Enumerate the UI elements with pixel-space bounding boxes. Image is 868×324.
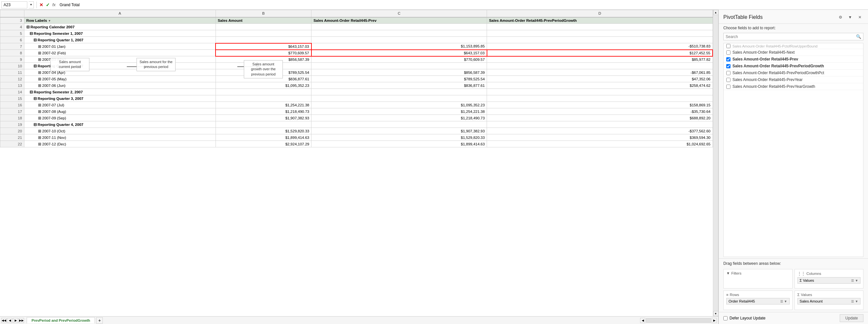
cell-c14 <box>311 89 487 95</box>
jan-label-cell[interactable]: ⊞ 2007-01 (Jan) <box>24 43 216 50</box>
table-row: 17 ⊞ 2007-08 (Aug) $1,218,490.73 $1,254,… <box>0 108 713 115</box>
col-a-header[interactable]: A <box>24 10 216 17</box>
mar-prev-cell: $770,609.57 <box>311 56 487 63</box>
scroll-right-button[interactable]: ▶ <box>712 318 717 323</box>
values-item-icons: ☰ ▼ <box>851 300 858 303</box>
may-label-cell[interactable]: ⊞ 2007-05 (May) <box>24 76 216 82</box>
rows-item-label: Order Retail445 <box>728 299 755 303</box>
values-item-dropdown[interactable]: ▼ <box>855 300 858 303</box>
col-b-header[interactable]: B <box>216 10 311 17</box>
table-row: 13 ⊞ 2007-06 (Jun) $1,095,352.23 $836,87… <box>0 82 713 89</box>
apr-label-cell[interactable]: ⊞ 2007-04 (Apr) <box>24 69 216 76</box>
sheet-tab[interactable]: PrevPeriod and PrevPeriodGrowth <box>27 317 95 323</box>
table-row: 9 ⊞ 2007-03 (Mar) $856,587.39 $770,609.5… <box>0 56 713 63</box>
cell-d10 <box>487 63 713 69</box>
field-item[interactable]: Sales Amount-Order Retail445-Prev <box>724 56 863 63</box>
values-item-icon1[interactable]: ☰ <box>851 300 854 303</box>
pivot-close-button[interactable]: ✕ <box>856 14 863 21</box>
field-checkbox[interactable] <box>726 78 731 82</box>
defer-checkbox[interactable] <box>723 316 727 320</box>
prev-sheet-button[interactable]: ◀ <box>7 318 12 323</box>
filters-area[interactable]: ▼ Filters <box>723 269 793 289</box>
semester2-cell[interactable]: ⊟ Reporting Semester 2, 2007 <box>24 89 216 95</box>
sep-sales-cell: $1,907,382.93 <box>216 115 311 121</box>
field-checkbox[interactable] <box>726 64 731 68</box>
cell-ref-dropdown[interactable]: ▼ <box>29 1 34 8</box>
field-item[interactable]: Sales Amount-Order Retail445-PrevPeriodG… <box>724 69 863 77</box>
field-search-input[interactable] <box>725 34 856 39</box>
aug-label-cell[interactable]: ⊞ 2007-08 (Aug) <box>24 108 216 115</box>
grid-wrapper[interactable]: A B C <box>0 10 713 316</box>
filters-area-title: ▼ Filters <box>726 271 789 275</box>
next-sheet-button[interactable]: ▶ <box>13 318 18 323</box>
cell-reference[interactable]: A23 <box>1 1 27 8</box>
field-item[interactable]: Sales Amount-Order Retail445-PrevYear <box>724 77 863 83</box>
feb-sales-cell[interactable]: $770,609.57 <box>216 50 311 56</box>
field-checkbox[interactable] <box>726 51 731 55</box>
field-item[interactable]: Sales Amount-Order Retail445-PrevPeriodG… <box>724 63 863 69</box>
scroll-up-button[interactable]: ▲ <box>713 10 718 15</box>
columns-area-item[interactable]: Σ Values ☰ ▼ <box>798 277 861 284</box>
rows-area-item[interactable]: Order Retail445 ☰ ▼ <box>726 298 789 304</box>
values-area-item[interactable]: Sales Amount ☰ ▼ <box>798 298 861 304</box>
oct-label-cell[interactable]: ⊞ 2007-10 (Oct) <box>24 128 216 134</box>
quarter4-cell[interactable]: ⊟ Reporting Quarter 4, 2007 <box>24 121 216 128</box>
jun-label-cell[interactable]: ⊞ 2007-06 (Jun) <box>24 82 216 89</box>
field-checkbox[interactable] <box>726 44 731 48</box>
col-c-header[interactable]: C <box>311 10 487 17</box>
col-d-header[interactable]: D <box>487 10 713 17</box>
rows-item-dropdown[interactable]: ▼ <box>784 300 787 303</box>
formula-input[interactable] <box>58 2 867 8</box>
pivot-panel-header: PivotTable Fields ⚙ ▼ ✕ <box>719 10 868 24</box>
update-button[interactable]: Update <box>840 314 863 322</box>
row-labels-header: Row Labels ▼ <box>24 17 216 24</box>
aug-prev-cell: $1,254,221.38 <box>311 108 487 115</box>
aug-growth-cell: -$35,730.64 <box>487 108 713 115</box>
semester1-cell[interactable]: ⊟ Reporting Semester 1, 2007 <box>24 30 216 37</box>
reporting-calendar-cell[interactable]: ⊟ Reporting Calendar 2007 <box>24 24 216 30</box>
rows-area[interactable]: ≡ Rows Order Retail445 ☰ ▼ <box>723 291 793 310</box>
quarter2-cell[interactable]: ⊟ Reporting Quarter 2, 2007 <box>24 63 216 69</box>
rows-item-icon1[interactable]: ☰ <box>780 300 783 303</box>
field-checkbox[interactable] <box>726 57 731 61</box>
formula-divider <box>36 2 37 8</box>
field-search-box[interactable]: 🔍 <box>723 33 863 40</box>
dec-label-cell[interactable]: ⊞ 2007-12 (Dec) <box>24 141 216 147</box>
field-checkbox[interactable] <box>726 85 731 89</box>
last-sheet-button[interactable]: ▶▶ <box>19 318 24 323</box>
mar-sales-cell: $856,587.39 <box>216 56 311 63</box>
cancel-icon[interactable]: ✕ <box>39 2 43 7</box>
pivot-dropdown-button[interactable]: ▼ <box>846 14 854 21</box>
field-checkbox[interactable] <box>726 71 731 75</box>
columns-area[interactable]: ⋮⋮ Columns Σ Values ☰ ▼ <box>795 269 864 289</box>
quarter1-cell[interactable]: ⊟ Reporting Quarter 1, 2007 <box>24 37 216 43</box>
mar-label-cell[interactable]: ⊞ 2007-03 (Mar) <box>24 56 216 63</box>
filter-icon[interactable]: ▼ <box>48 19 51 23</box>
field-label: Sales Amount-Order Retail445-PrevPeriodG… <box>733 64 824 68</box>
field-list[interactable]: Sales Amount-Order Retail445-PctofRowUpp… <box>723 43 863 257</box>
row-num: 22 <box>0 141 24 147</box>
feb-label-cell[interactable]: ⊞ 2007-02 (Feb) <box>24 50 216 56</box>
table-row: 22 ⊞ 2007-12 (Dec) $2,924,107.29 $1,899,… <box>0 141 713 147</box>
scroll-down-button[interactable]: ▼ <box>713 311 718 316</box>
row-num: 18 <box>0 115 24 121</box>
confirm-icon[interactable]: ✓ <box>46 2 50 7</box>
field-item[interactable]: Sales Amount-Order Retail445-Next <box>724 49 863 56</box>
jan-sales-cell[interactable]: $643,157.03 <box>216 43 311 50</box>
sep-label-cell[interactable]: ⊞ 2007-09 (Sep) <box>24 115 216 121</box>
horizontal-scrollbar-track[interactable] <box>646 318 711 323</box>
pivot-settings-button[interactable]: ⚙ <box>837 14 844 21</box>
jul-label-cell[interactable]: ⊞ 2007-07 (Jul) <box>24 102 216 108</box>
quarter3-cell[interactable]: ⊟ Reporting Quarter 3, 2007 <box>24 95 216 102</box>
field-item[interactable]: Sales Amount-Order Retail445-PctofRowUpp… <box>724 43 863 49</box>
scroll-left-button[interactable]: ◀ <box>640 318 645 323</box>
columns-item-icon1[interactable]: ☰ <box>851 279 854 282</box>
columns-item-dropdown[interactable]: ▼ <box>855 279 858 282</box>
add-sheet-button[interactable]: + <box>96 317 103 324</box>
nov-label-cell[interactable]: ⊞ 2007-11 (Nov) <box>24 134 216 141</box>
values-area[interactable]: Σ Values Sales Amount ☰ ▼ <box>795 291 864 310</box>
scroll-track[interactable] <box>714 15 718 311</box>
vertical-scrollbar[interactable]: ▲ ▼ <box>713 10 718 316</box>
field-item[interactable]: Sales Amount-Order Retail445-PrevYearGro… <box>724 83 863 90</box>
first-sheet-button[interactable]: ◀◀ <box>1 318 6 323</box>
